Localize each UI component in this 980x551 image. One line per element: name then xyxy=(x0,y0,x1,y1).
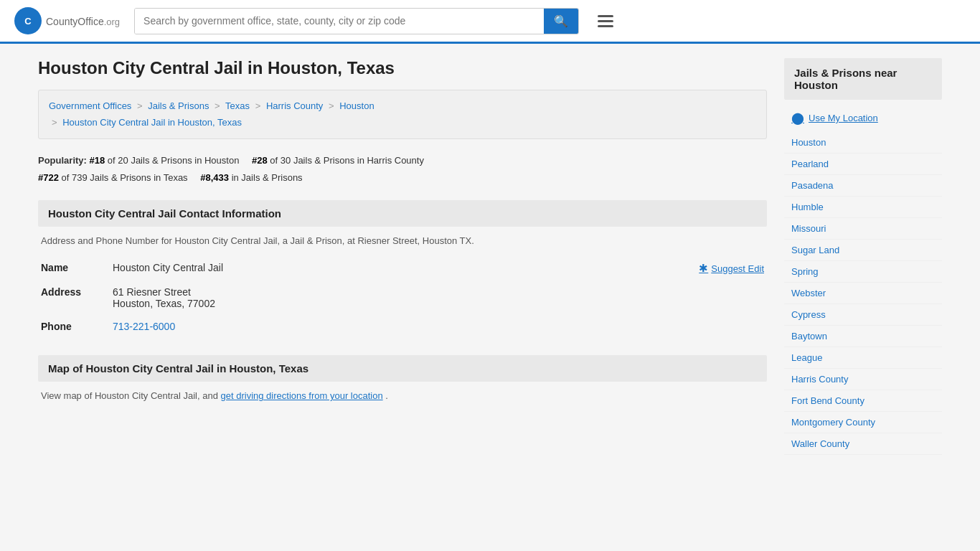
popularity-stat-4: #8,433 in Jails & Prisons xyxy=(200,172,302,183)
use-my-location-button[interactable]: ⬤ Use My Location xyxy=(784,107,885,129)
svg-text:C: C xyxy=(24,16,32,27)
breadcrumb-texas[interactable]: Texas xyxy=(225,100,250,111)
breadcrumb-sep: > xyxy=(329,100,334,111)
popularity-of-1: of 20 Jails & Prisons in Houston xyxy=(108,155,240,166)
logo-link[interactable]: C CountyOffice.org xyxy=(14,7,120,34)
list-item: Fort Bend County xyxy=(784,390,942,412)
sidebar-link-pearland[interactable]: Pearland xyxy=(784,154,942,174)
list-item: Pearland xyxy=(784,154,942,175)
name-label: Name xyxy=(38,256,110,281)
sidebar-link-league[interactable]: League xyxy=(784,347,942,368)
breadcrumb-sep: > xyxy=(215,100,220,111)
sidebar-link-houston[interactable]: Houston xyxy=(784,132,942,153)
sidebar-link-cypress[interactable]: Cypress xyxy=(784,304,942,325)
popularity-label: Popularity: xyxy=(38,155,87,166)
logo-text: CountyOffice.org xyxy=(46,14,120,29)
table-row: Address 61 Riesner Street Houston, Texas… xyxy=(38,281,767,315)
list-item: Pasadena xyxy=(784,175,942,197)
popularity-rank-3: #722 xyxy=(38,172,59,183)
sidebar-title: Jails & Prisons near Houston xyxy=(784,58,942,100)
list-item: Missouri xyxy=(784,218,942,240)
sidebar: Jails & Prisons near Houston ⬤ Use My Lo… xyxy=(784,58,942,455)
edit-icon: ✱ xyxy=(699,262,708,275)
breadcrumb-government-offices[interactable]: Government Offices xyxy=(49,100,131,111)
map-description: View map of Houston City Central Jail, a… xyxy=(38,390,767,401)
popularity-rank-2: #28 xyxy=(252,155,268,166)
address-line2: Houston, Texas, 77002 xyxy=(113,298,764,309)
sidebar-link-humble[interactable]: Humble xyxy=(784,197,942,217)
menu-icon-bar xyxy=(598,15,613,17)
sidebar-link-sugar-land[interactable]: Sugar Land xyxy=(784,240,942,260)
table-row: Name Houston City Central Jail ✱ Suggest… xyxy=(38,256,767,281)
sidebar-links-list: Houston Pearland Pasadena Humble Missour… xyxy=(784,132,942,455)
phone-label: Phone xyxy=(38,315,110,338)
map-desc-end: . xyxy=(385,390,388,401)
list-item: Baytown xyxy=(784,326,942,347)
list-item: Cypress xyxy=(784,304,942,326)
name-value: Houston City Central Jail ✱ Suggest Edit xyxy=(110,256,767,281)
popularity-section: Popularity: #18 of 20 Jails & Prisons in… xyxy=(38,152,767,187)
main-container: Houston City Central Jail in Houston, Te… xyxy=(24,44,956,469)
address-line1: 61 Riesner Street xyxy=(113,286,764,298)
sidebar-link-webster[interactable]: Webster xyxy=(784,283,942,303)
sidebar-link-waller-county[interactable]: Waller County xyxy=(784,433,942,454)
search-bar: 🔍 xyxy=(134,8,579,34)
list-item: Houston xyxy=(784,132,942,154)
use-my-location-label: Use My Location xyxy=(809,113,878,123)
menu-button[interactable] xyxy=(593,11,618,32)
phone-link[interactable]: 713-221-6000 xyxy=(113,321,175,332)
popularity-rank-1: #18 xyxy=(90,155,105,166)
popularity-of-4: in Jails & Prisons xyxy=(232,172,303,183)
breadcrumb: Government Offices > Jails & Prisons > T… xyxy=(38,90,767,139)
sidebar-link-harris-county[interactable]: Harris County xyxy=(784,369,942,390)
list-item: Waller County xyxy=(784,433,942,455)
search-icon: 🔍 xyxy=(554,15,568,27)
list-item: Webster xyxy=(784,283,942,304)
list-item: League xyxy=(784,347,942,369)
list-item: Montgomery County xyxy=(784,412,942,433)
contact-section-header: Houston City Central Jail Contact Inform… xyxy=(38,200,767,227)
list-item: Sugar Land xyxy=(784,240,942,261)
breadcrumb-sep: > xyxy=(255,100,261,111)
address-value: 61 Riesner Street Houston, Texas, 77002 xyxy=(110,281,767,315)
popularity-stat-2: #28 of 30 Jails & Prisons in Harris Coun… xyxy=(252,155,424,166)
popularity-rank-4: #8,433 xyxy=(200,172,229,183)
search-button[interactable]: 🔍 xyxy=(544,9,578,34)
map-section-header: Map of Houston City Central Jail in Hous… xyxy=(38,355,767,382)
map-desc-text: View map of Houston City Central Jail, a… xyxy=(41,390,221,401)
phone-value: 713-221-6000 xyxy=(110,315,767,338)
sidebar-link-montgomery-county[interactable]: Montgomery County xyxy=(784,412,942,433)
sidebar-link-spring[interactable]: Spring xyxy=(784,261,942,282)
popularity-stat-1: #18 of 20 Jails & Prisons in Houston xyxy=(90,155,242,166)
search-input[interactable] xyxy=(135,9,544,34)
breadcrumb-current[interactable]: Houston City Central Jail in Houston, Te… xyxy=(62,117,242,128)
location-icon: ⬤ xyxy=(791,111,804,125)
address-label: Address xyxy=(38,281,110,315)
breadcrumb-sep: > xyxy=(52,117,57,128)
contact-section: Houston City Central Jail Contact Inform… xyxy=(38,200,767,338)
sidebar-link-baytown[interactable]: Baytown xyxy=(784,326,942,347)
content-area: Houston City Central Jail in Houston, Te… xyxy=(38,58,767,455)
contact-table: Name Houston City Central Jail ✱ Suggest… xyxy=(38,256,767,338)
contact-description: Address and Phone Number for Houston Cit… xyxy=(38,235,767,246)
sidebar-link-pasadena[interactable]: Pasadena xyxy=(784,175,942,196)
breadcrumb-harris-county[interactable]: Harris County xyxy=(266,100,323,111)
list-item: Spring xyxy=(784,261,942,283)
sidebar-link-missouri[interactable]: Missouri xyxy=(784,218,942,239)
logo-icon: C xyxy=(14,7,42,34)
table-row: Phone 713-221-6000 xyxy=(38,315,767,338)
page-title: Houston City Central Jail in Houston, Te… xyxy=(38,58,767,78)
popularity-stat-3: #722 of 739 Jails & Prisons in Texas xyxy=(38,172,190,183)
list-item: Harris County xyxy=(784,369,942,390)
breadcrumb-jails-prisons[interactable]: Jails & Prisons xyxy=(148,100,209,111)
popularity-of-3: of 739 Jails & Prisons in Texas xyxy=(62,172,188,183)
popularity-of-2: of 30 Jails & Prisons in Harris County xyxy=(270,155,424,166)
menu-icon-bar xyxy=(598,25,613,27)
breadcrumb-houston[interactable]: Houston xyxy=(339,100,374,111)
suggest-edit-button[interactable]: ✱ Suggest Edit xyxy=(699,262,764,275)
sidebar-link-fort-bend-county[interactable]: Fort Bend County xyxy=(784,390,942,411)
list-item: Humble xyxy=(784,197,942,218)
breadcrumb-sep: > xyxy=(137,100,143,111)
driving-directions-link[interactable]: get driving directions from your locatio… xyxy=(221,390,383,401)
site-header: C CountyOffice.org 🔍 xyxy=(0,0,980,44)
